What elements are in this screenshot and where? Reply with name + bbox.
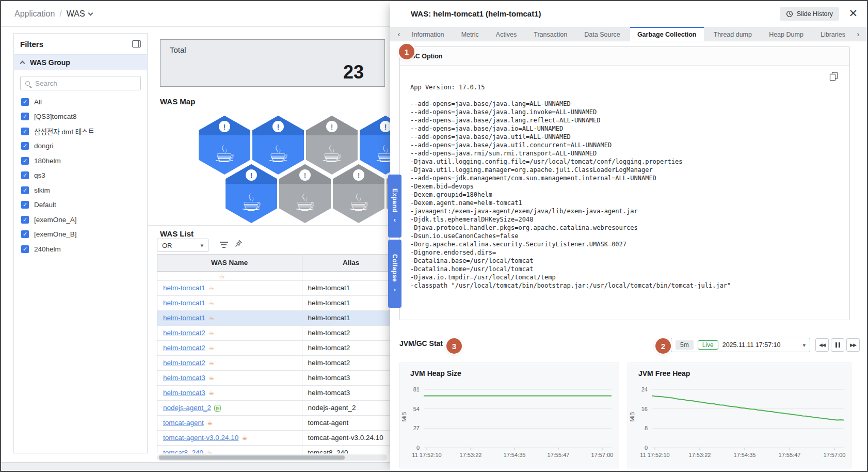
col-header-alias[interactable]: Alias xyxy=(302,255,390,271)
horizontal-scrollbar[interactable] xyxy=(157,454,387,461)
checkbox-checked-icon[interactable]: ✓ xyxy=(21,230,29,238)
jvm-heap-size-chart: JVM Heap Size 0275481MiB11 17:52:1017:53… xyxy=(399,363,619,468)
was-hexagon-node[interactable]: !☕ xyxy=(333,164,384,223)
total-value: 23 xyxy=(343,61,364,83)
filter-item[interactable]: ✓240helm xyxy=(14,242,147,257)
filter-item[interactable]: ✓slkim xyxy=(14,183,147,198)
was-name-link[interactable]: nodejs-agent_2 xyxy=(163,404,211,412)
pause-button[interactable] xyxy=(831,338,844,352)
jvm-free-heap-chart: JVM Free Heap 081624MiB11 17:52:1017:53:… xyxy=(628,363,851,468)
filter-item[interactable]: ✓삼성전자 dmf 테스트 xyxy=(14,124,147,139)
table-row[interactable]: helm-tomcat1☕helm-tomcat1 xyxy=(157,310,390,325)
table-row[interactable]: helm-tomcat1☕helm-tomcat1 xyxy=(157,295,390,310)
was-name-link[interactable]: helm-tomcat2 xyxy=(163,359,205,367)
filter-item[interactable]: ✓qs3 xyxy=(14,168,147,183)
svg-text:81: 81 xyxy=(413,386,420,392)
table-row[interactable]: helm-tomcat1☕helm-tomcat1 xyxy=(157,280,390,295)
table-row[interactable]: ☕ xyxy=(157,271,390,280)
svg-text:16: 16 xyxy=(641,406,648,412)
was-hexagon-node[interactable]: !☕ xyxy=(279,164,331,223)
filter-item[interactable]: ✓All xyxy=(14,95,147,109)
table-row[interactable]: helm-tomcat2☕helm-tomcat2 xyxy=(157,325,390,340)
tab-heap-dump[interactable]: Heap Dump xyxy=(762,27,811,41)
close-icon[interactable]: ✕ xyxy=(848,7,858,20)
tab-libraries[interactable]: Libraries xyxy=(813,27,853,41)
checkbox-checked-icon[interactable]: ✓ xyxy=(21,98,29,106)
expand-tab[interactable]: Expand ‹ xyxy=(388,175,401,238)
was-name-link[interactable]: helm-tomcat3 xyxy=(163,374,205,382)
collapse-tab[interactable]: Collapse › xyxy=(388,240,401,308)
filter-item[interactable]: ✓[exemOne_B] xyxy=(14,227,147,242)
chart-title: JVM Heap Size xyxy=(400,363,619,377)
rewind-button[interactable]: ◀◀ xyxy=(815,338,829,352)
filter-item-label: dongri xyxy=(34,142,54,150)
checkbox-checked-icon[interactable]: ✓ xyxy=(21,113,29,120)
checkbox-checked-icon[interactable]: ✓ xyxy=(21,216,29,224)
checkbox-checked-icon[interactable]: ✓ xyxy=(21,245,29,253)
slide-panel: WAS: helm-tomcat1 (helm-tomcat1) Slide H… xyxy=(390,1,867,471)
was-name-link[interactable]: helm-tomcat1 xyxy=(163,299,205,307)
tabs-scroll-left-icon[interactable]: ‹ xyxy=(393,27,405,41)
checkbox-checked-icon[interactable]: ✓ xyxy=(21,128,29,135)
total-card: Total 23 xyxy=(160,39,385,87)
breadcrumb-application[interactable]: Application xyxy=(14,9,55,19)
checkbox-checked-icon[interactable]: ✓ xyxy=(21,201,29,209)
checkbox-checked-icon[interactable]: ✓ xyxy=(21,186,29,194)
was-name-link[interactable]: helm-tomcat3 xyxy=(163,389,205,397)
table-row[interactable]: helm-tomcat3☕helm-tomcat3 xyxy=(157,370,390,385)
fast-forward-button[interactable]: ▶▶ xyxy=(846,338,860,352)
table-row[interactable]: nodejs-agent_2jsnodejs-agent_2 xyxy=(157,400,390,415)
filter-item[interactable]: ✓[QS3]tomcat8 xyxy=(14,109,147,124)
tab-transaction[interactable]: Transaction xyxy=(526,27,574,41)
tabs-scroll-right-icon[interactable]: › xyxy=(853,27,864,41)
tab-thread-dump[interactable]: Thread dump xyxy=(706,27,759,41)
was-name-link[interactable]: tomcat-agent xyxy=(163,419,204,427)
tab-garbage-collection[interactable]: Garbage Collection xyxy=(630,27,704,41)
was-name-link[interactable]: tomcat-agent-v3.0.24.10 xyxy=(163,434,238,442)
footer-strip xyxy=(1,462,390,471)
checkbox-checked-icon[interactable]: ✓ xyxy=(21,142,29,150)
was-name-link[interactable]: helm-tomcat2 xyxy=(163,329,205,337)
was-name-link[interactable]: helm-tomcat1 xyxy=(163,284,205,292)
tab-metric[interactable]: Metric xyxy=(454,27,486,41)
table-row[interactable]: helm-tomcat2☕helm-tomcat2 xyxy=(157,355,390,370)
pin-icon[interactable] xyxy=(234,240,243,248)
was-name-link[interactable]: helm-tomcat1 xyxy=(163,314,205,322)
checkbox-checked-icon[interactable]: ✓ xyxy=(21,157,29,165)
java-icon: ☕ xyxy=(208,359,215,367)
filter-icon[interactable] xyxy=(220,242,228,249)
alias-cell: helm-tomcat1 xyxy=(302,280,390,295)
filter-item[interactable]: ✓180helm xyxy=(14,153,147,168)
table-row[interactable]: helm-tomcat2☕helm-tomcat2 xyxy=(157,340,390,355)
collapse-panel-icon[interactable] xyxy=(132,40,141,48)
col-header-was-name[interactable]: WAS Name xyxy=(157,255,302,271)
datetime-value[interactable]: 2025.11.11 17:57:10 xyxy=(722,341,799,349)
filter-item[interactable]: ✓dongri xyxy=(14,139,147,154)
tab-information[interactable]: Information xyxy=(405,27,452,41)
table-row[interactable]: tomcat-agent-v3.0.24.10☕tomcat-agent-v3.… xyxy=(157,430,390,445)
tab-actives[interactable]: Actives xyxy=(489,27,524,41)
interval-chip[interactable]: 5m xyxy=(676,340,694,350)
checkbox-checked-icon[interactable]: ✓ xyxy=(21,171,29,179)
svg-text:17:55:47: 17:55:47 xyxy=(779,452,801,458)
filter-item[interactable]: ✓Default xyxy=(14,198,147,213)
was-group-header[interactable]: WAS Group xyxy=(14,54,147,70)
svg-text:!: ! xyxy=(250,171,253,180)
slide-history-button[interactable]: Slide History xyxy=(780,7,839,21)
table-row[interactable]: helm-tomcat3☕helm-tomcat3 xyxy=(157,385,390,400)
live-badge[interactable]: Live xyxy=(698,340,718,350)
java-icon: ☕ xyxy=(242,434,248,442)
was-name-link[interactable]: helm-tomcat2 xyxy=(163,344,205,352)
copy-icon[interactable] xyxy=(829,72,838,81)
was-hexagon-node[interactable]: !☕ xyxy=(226,164,277,223)
tab-data-source[interactable]: Data Source xyxy=(577,27,627,41)
filter-operator-select[interactable]: OR ▾ xyxy=(157,239,208,252)
was-name-link[interactable]: tomcat8_240 xyxy=(163,449,203,453)
search-input[interactable] xyxy=(34,79,136,88)
scrollbar-thumb[interactable] xyxy=(159,455,345,460)
table-row[interactable]: tomcat8_240☕tomcat8_240 xyxy=(157,445,390,453)
table-row[interactable]: tomcat-agent☕tomcat-agent xyxy=(157,415,390,430)
filter-item-label: 삼성전자 dmf 테스트 xyxy=(34,126,94,136)
filter-item[interactable]: ✓[exemOne_A] xyxy=(14,212,147,227)
breadcrumb-was[interactable]: WAS xyxy=(67,9,92,19)
